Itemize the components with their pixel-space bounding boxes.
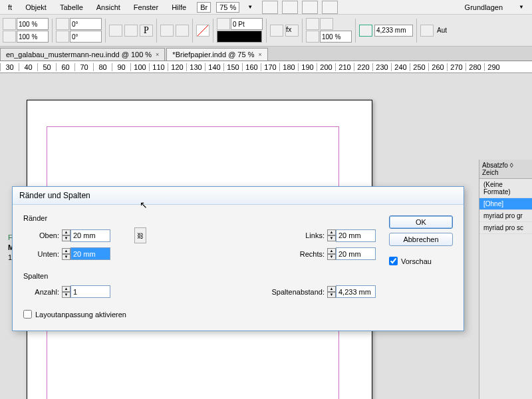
stepper-up-icon[interactable]: ▲ xyxy=(62,286,70,292)
flip-v-icon[interactable] xyxy=(124,25,138,37)
workspace-selector[interactable]: Grundlagen xyxy=(460,2,509,13)
tab-label: *Briefpapier.indd @ 75 % xyxy=(172,51,254,59)
style-row[interactable]: [Ohne] xyxy=(479,198,532,210)
ok-button[interactable]: OK xyxy=(389,215,453,229)
cancel-button[interactable]: Abbrechen xyxy=(389,233,453,246)
stroke-weight-icon[interactable] xyxy=(217,18,230,30)
columns-group: Spalten Anzahl:▲▼ Spaltenabstand:▲▼ xyxy=(23,272,376,298)
menu-item[interactable]: Objekt xyxy=(20,2,52,13)
layout-adjust-checkbox[interactable] xyxy=(23,310,32,319)
link-margins-icon[interactable]: ⛓ xyxy=(134,227,146,243)
margin-left-field[interactable] xyxy=(336,229,376,242)
close-icon[interactable]: × xyxy=(258,51,261,58)
margin-bottom-field[interactable] xyxy=(70,247,110,260)
document-tab[interactable]: en_galabau_mustermann-neu.indd @ 100 %× xyxy=(0,48,165,61)
select-container-icon[interactable] xyxy=(160,25,174,37)
x-icon[interactable] xyxy=(3,18,16,30)
dialog-title: Ränder und Spalten xyxy=(13,187,464,205)
dim-field[interactable]: 4,233 mm xyxy=(374,25,413,37)
stroke-field[interactable]: 0 Pt xyxy=(231,18,263,30)
rotate-icon[interactable] xyxy=(56,18,69,30)
layout-adjust-label: Layoutanpassung aktivieren xyxy=(35,311,126,319)
stepper-down-icon[interactable]: ▼ xyxy=(62,235,70,241)
bridge-button[interactable]: Br xyxy=(197,2,211,13)
no-stroke-icon[interactable] xyxy=(196,25,209,37)
arrange2-icon[interactable] xyxy=(322,1,338,14)
effects-icon[interactable] xyxy=(270,25,283,37)
screen-mode-icon[interactable] xyxy=(282,1,298,14)
stepper-down-icon[interactable]: ▼ xyxy=(62,254,70,260)
group-label: Spalten xyxy=(23,272,376,280)
wrap2-icon[interactable] xyxy=(320,18,333,30)
top-label: Oben: xyxy=(23,231,59,239)
rotate-field[interactable]: 0° xyxy=(70,18,102,30)
shear-field[interactable]: 0° xyxy=(70,31,102,43)
gutter-label: Spaltenabstand: xyxy=(258,288,325,296)
scale-x-field[interactable]: 100 % xyxy=(17,18,49,30)
y-icon[interactable] xyxy=(3,31,16,43)
gutter-field[interactable] xyxy=(336,285,376,298)
wrap1-icon[interactable] xyxy=(306,18,319,30)
menu-item[interactable]: Tabelle xyxy=(55,2,88,13)
stepper-down-icon[interactable]: ▼ xyxy=(327,235,336,241)
stepper-up-icon[interactable]: ▲ xyxy=(62,248,70,254)
stepper-up-icon[interactable]: ▲ xyxy=(327,286,336,292)
paragraph-icon[interactable]: P xyxy=(140,25,153,37)
right-label: Rechts: xyxy=(289,250,325,258)
group-label: Ränder xyxy=(23,214,376,222)
column-count-field[interactable] xyxy=(70,285,110,298)
stepper-up-icon[interactable]: ▲ xyxy=(327,229,336,235)
opacity-field[interactable]: 100 % xyxy=(320,31,352,43)
shear-icon[interactable] xyxy=(56,31,69,43)
select-content-icon[interactable] xyxy=(176,25,189,37)
close-icon[interactable]: × xyxy=(156,51,159,58)
stepper-up-icon[interactable]: ▲ xyxy=(62,229,70,235)
stepper-down-icon[interactable]: ▼ xyxy=(62,292,70,298)
zoom-field[interactable]: 75 % xyxy=(216,2,239,13)
document-tab[interactable]: *Briefpapier.indd @ 75 %× xyxy=(166,48,267,61)
horizontal-ruler[interactable]: 3040506070809010011012013014015016017018… xyxy=(0,61,532,73)
menu-item[interactable]: Ansicht xyxy=(91,2,126,13)
crop-icon[interactable] xyxy=(359,25,372,37)
menu-item[interactable]: ft xyxy=(3,2,17,13)
stroke-style[interactable] xyxy=(217,31,262,43)
stepper-down-icon[interactable]: ▼ xyxy=(327,254,336,260)
control-panel: 100 %100 % 0°0° P 0 Pt fx 100 % 4,233 mm… xyxy=(0,15,532,47)
flip-h-icon[interactable] xyxy=(109,25,122,37)
style-row[interactable]: myriad pro sc xyxy=(479,222,532,234)
document-tabs: en_galabau_mustermann-neu.indd @ 100 %× … xyxy=(0,47,532,61)
menu-item[interactable]: Hilfe xyxy=(166,2,192,13)
margin-top-field[interactable] xyxy=(70,229,110,242)
stepper-up-icon[interactable]: ▲ xyxy=(327,248,336,254)
style-row[interactable]: myriad pro gr xyxy=(479,210,532,222)
menu-item[interactable]: Fenster xyxy=(128,2,164,13)
drop-shadow-icon[interactable]: fx xyxy=(285,25,299,37)
fit-icon[interactable] xyxy=(420,25,434,37)
arrange-icon[interactable] xyxy=(302,1,318,14)
auto-label: Aut xyxy=(437,27,447,34)
margins-columns-dialog: Ränder und Spalten Ränder Oben:▲▼ ⛓ Link… xyxy=(12,186,464,331)
scale-y-field[interactable]: 100 % xyxy=(17,31,49,43)
margins-group: Ränder Oben:▲▼ ⛓ Links:▲▼ Unten:▲▼ Recht… xyxy=(23,214,376,260)
margin-right-field[interactable] xyxy=(336,247,376,260)
left-label: Links: xyxy=(289,231,325,239)
tab-label: en_galabau_mustermann-neu.indd @ 100 % xyxy=(6,51,152,59)
wrap3-icon[interactable] xyxy=(306,31,319,43)
menu-bar: ft Objekt Tabelle Ansicht Fenster Hilfe … xyxy=(0,0,532,15)
preview-label: Vorschau xyxy=(401,257,432,265)
panel-header[interactable]: Absatzfo ◊ Zeich xyxy=(479,160,532,179)
stepper-down-icon[interactable]: ▼ xyxy=(327,292,336,298)
bottom-label: Unten: xyxy=(23,250,59,258)
style-row[interactable]: (Keine Formate) xyxy=(479,179,532,198)
count-label: Anzahl: xyxy=(23,288,59,296)
paragraph-styles-panel: Absatzfo ◊ Zeich (Keine Formate) [Ohne] … xyxy=(479,160,532,399)
view-mode-icon[interactable] xyxy=(262,1,278,14)
preview-checkbox[interactable] xyxy=(389,257,398,265)
